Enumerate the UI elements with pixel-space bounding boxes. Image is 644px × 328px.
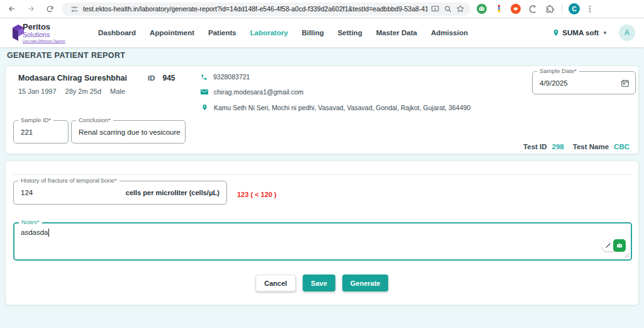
logo-tagline: Lets make Difference Together	[23, 40, 65, 43]
result-unit: cells per microliter (cells/μL)	[126, 189, 219, 196]
result-field-label: History of fracture of temporal bone*	[18, 177, 119, 184]
conclusion-field[interactable]: Conclusion* Renal scarring due to vesico…	[71, 120, 186, 144]
branch-selector[interactable]: SUMA soft ▼	[552, 28, 608, 37]
report-entry-card: History of fracture of temporal bone* 12…	[5, 161, 639, 305]
crescent-extension-icon[interactable]	[528, 4, 538, 14]
app-header: Peritos Solutions Lets make Difference T…	[0, 18, 644, 47]
nav-dashboard[interactable]: Dashboard	[98, 29, 136, 37]
chevron-down-icon: ▼	[602, 30, 608, 36]
nav-billing[interactable]: Billing	[302, 29, 324, 37]
calendar-icon[interactable]	[621, 79, 630, 88]
nav-patients[interactable]: Patients	[208, 29, 236, 37]
location-pin-icon	[552, 28, 560, 37]
test-info-row: Test ID 298 Test Name CBC	[523, 143, 630, 150]
sample-id-label: Sample ID*	[18, 116, 53, 123]
save-button[interactable]: Save	[303, 274, 335, 291]
nav-appointment[interactable]: Appointment	[150, 29, 194, 37]
page-title: GENERATE PATIENT REPORT	[7, 51, 125, 60]
main-nav: Dashboard Appointment Patients Laborator…	[98, 29, 468, 37]
test-id-value: 298	[552, 143, 564, 150]
bookmark-star-icon[interactable]	[455, 4, 465, 14]
sample-id-field[interactable]: Sample ID* 221	[13, 120, 69, 144]
cancel-button[interactable]: Cancel	[255, 274, 296, 291]
map-pin-icon	[201, 103, 208, 111]
toolbar-divider	[562, 4, 562, 13]
site-settings-tune-icon[interactable]	[69, 4, 79, 14]
phone-icon	[201, 74, 208, 81]
sample-date-label: Sample Date*	[537, 67, 579, 74]
test-id-label: Test ID	[523, 143, 547, 150]
nav-master-data[interactable]: Master Data	[376, 29, 417, 37]
result-input-field[interactable]: History of fracture of temporal bone* 12…	[13, 181, 227, 205]
action-buttons: Cancel Save Generate	[255, 274, 388, 291]
email-icon	[201, 89, 208, 95]
result-value[interactable]: 124	[21, 189, 33, 196]
test-name-label: Test Name	[573, 143, 609, 150]
logo-sub: Solutions	[23, 31, 65, 38]
patient-address: Kamu Seth Ni Seri, Mochi ni pedhi, Vasav…	[214, 104, 470, 111]
nav-admission[interactable]: Admission	[431, 29, 468, 37]
section-divider	[13, 174, 631, 175]
conclusion-value[interactable]: Renal scarring due to vesicoureteral ref…	[79, 128, 180, 136]
patient-dob: 15 Jan 1997	[18, 88, 57, 95]
cast-save-icon[interactable]	[430, 4, 440, 14]
extensions-area	[477, 4, 555, 14]
robot-extension-icon[interactable]	[477, 4, 487, 14]
patient-info-card: Modasara Chirag Sureshbhai ID 945 15 Jan…	[5, 65, 639, 154]
browser-profile-avatar[interactable]: C	[569, 3, 580, 14]
peritos-logo[interactable]: Peritos Solutions Lets make Difference T…	[10, 23, 80, 43]
generate-button[interactable]: Generate	[342, 274, 389, 291]
patient-email: chirag.modesara1@gmail.com	[214, 88, 304, 96]
notes-value[interactable]: asdasda	[21, 229, 48, 237]
patient-phone: 9328083721	[213, 73, 250, 81]
zoom-icon[interactable]	[443, 4, 453, 14]
nav-laboratory[interactable]: Laboratory	[250, 29, 288, 37]
patient-id-label: ID	[148, 74, 155, 82]
colorful-extension-icon[interactable]	[494, 4, 504, 14]
browser-back-icon[interactable]	[5, 2, 19, 16]
patient-age: 28y 2m 25d	[65, 88, 101, 95]
test-name-value: CBC	[614, 143, 630, 150]
patient-gender: Male	[110, 88, 125, 95]
address-bar[interactable]: test.ektos-health.in/laboratory/generate…	[62, 3, 470, 16]
patient-name: Modasara Chirag Sureshbhai	[18, 74, 127, 82]
notes-textarea[interactable]: Notes* asdasda	[13, 222, 632, 261]
sample-id-value[interactable]: 221	[21, 128, 33, 136]
patient-id-value: 945	[162, 74, 175, 82]
user-avatar[interactable]: A	[619, 25, 635, 41]
sample-date-field[interactable]: Sample Date* 4/9/2025	[532, 71, 636, 94]
nav-setting[interactable]: Setting	[338, 29, 362, 37]
extensions-puzzle-icon[interactable]	[545, 4, 555, 14]
browser-refresh-icon[interactable]	[43, 2, 57, 16]
notes-label: Notes*	[19, 218, 42, 225]
url-text[interactable]: test.ektos-health.in/laboratory/generate…	[83, 5, 428, 13]
sample-date-value[interactable]: 4/9/2025	[540, 79, 568, 87]
extension-ai-icon[interactable]	[613, 239, 626, 252]
branch-name: SUMA soft	[562, 29, 599, 37]
browser-forward-icon[interactable]	[24, 2, 38, 16]
logo-name: Peritos	[23, 23, 65, 31]
resize-handle-icon[interactable]	[625, 253, 630, 258]
text-cursor	[48, 229, 49, 237]
conclusion-label: Conclusion*	[76, 116, 113, 123]
reference-range: 123 ( < 120 )	[237, 191, 277, 198]
browser-toolbar: test.ektos-health.in/laboratory/generate…	[0, 0, 644, 18]
orange-extension-icon[interactable]	[511, 4, 521, 14]
browser-menu-icon[interactable]: ⋮	[586, 4, 594, 13]
